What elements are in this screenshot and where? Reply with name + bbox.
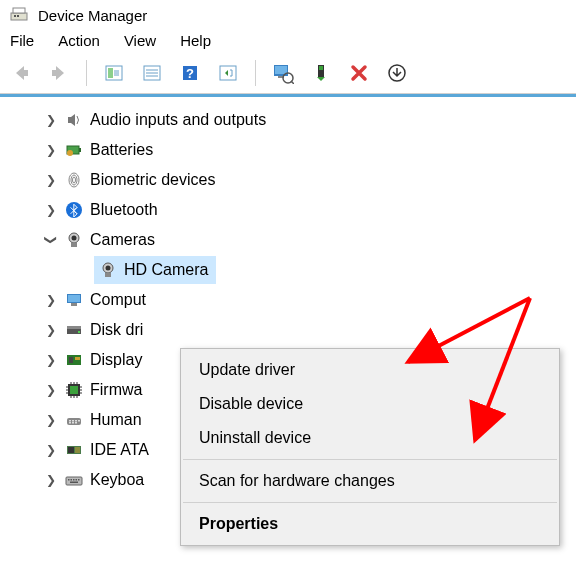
- scan-hardware-button[interactable]: [213, 59, 243, 87]
- chevron-right-icon[interactable]: ❯: [44, 173, 58, 187]
- chevron-right-icon[interactable]: ❯: [44, 143, 58, 157]
- svg-point-28: [106, 266, 111, 271]
- svg-rect-51: [66, 477, 82, 485]
- ide-icon: [64, 441, 84, 459]
- svg-rect-56: [78, 479, 80, 481]
- svg-rect-46: [69, 422, 71, 424]
- chevron-down-icon[interactable]: ❯: [44, 233, 58, 247]
- toolbar: ?: [0, 55, 576, 94]
- hid-icon: [64, 411, 84, 429]
- chevron-right-icon[interactable]: ❯: [44, 203, 58, 217]
- svg-point-22: [73, 177, 76, 183]
- svg-rect-31: [68, 295, 80, 302]
- update-driver-toolbar-button[interactable]: [268, 59, 298, 87]
- svg-rect-2: [14, 15, 16, 17]
- svg-rect-38: [75, 357, 80, 360]
- separator: [255, 60, 256, 86]
- svg-rect-54: [73, 479, 75, 481]
- tree-label: Firmwa: [90, 381, 142, 399]
- context-menu-disable-device[interactable]: Disable device: [181, 387, 559, 421]
- svg-point-19: [67, 150, 73, 156]
- svg-rect-26: [71, 243, 77, 247]
- svg-rect-5: [108, 68, 113, 78]
- chevron-right-icon[interactable]: ❯: [44, 323, 58, 337]
- tree-node-audio[interactable]: ❯ Audio inputs and outputs: [44, 105, 576, 135]
- app-icon: [10, 6, 28, 24]
- tree-label: Disk dri: [90, 321, 143, 339]
- context-menu-uninstall-device[interactable]: Uninstall device: [181, 421, 559, 455]
- firmware-icon: [64, 381, 84, 399]
- tree-label: Human: [90, 411, 142, 429]
- tree-node-batteries[interactable]: ❯ Batteries: [44, 135, 576, 165]
- context-menu: Update driver Disable device Uninstall d…: [180, 348, 560, 546]
- svg-rect-29: [105, 273, 111, 277]
- svg-rect-45: [78, 420, 80, 422]
- svg-rect-37: [69, 357, 73, 363]
- chevron-right-icon[interactable]: ❯: [44, 413, 58, 427]
- svg-rect-47: [72, 422, 74, 424]
- enable-device-button[interactable]: [306, 59, 336, 87]
- camera-icon: [64, 231, 84, 249]
- disable-device-button[interactable]: [344, 59, 374, 87]
- battery-icon: [64, 141, 84, 159]
- chevron-right-icon[interactable]: ❯: [44, 443, 58, 457]
- tree-label: Batteries: [90, 141, 153, 159]
- svg-rect-53: [71, 479, 73, 481]
- tree-label: IDE ATA: [90, 441, 149, 459]
- chevron-right-icon[interactable]: ❯: [44, 113, 58, 127]
- context-menu-properties[interactable]: Properties: [181, 507, 559, 541]
- menu-help[interactable]: Help: [180, 32, 211, 49]
- bluetooth-icon: [64, 201, 84, 219]
- tree-node-disk[interactable]: ❯ Disk dri: [44, 315, 576, 345]
- svg-text:?: ?: [186, 66, 194, 81]
- context-menu-separator: [183, 502, 557, 503]
- tree-label: Bluetooth: [90, 201, 158, 219]
- tree-label: Keyboa: [90, 471, 144, 489]
- menu-file[interactable]: File: [10, 32, 34, 49]
- svg-rect-18: [79, 148, 81, 152]
- disk-icon: [64, 321, 84, 339]
- fingerprint-icon: [64, 171, 84, 189]
- chevron-right-icon[interactable]: ❯: [44, 383, 58, 397]
- tree-label: Audio inputs and outputs: [90, 111, 266, 129]
- svg-rect-11: [275, 66, 287, 74]
- svg-rect-1: [13, 8, 25, 13]
- svg-rect-40: [70, 386, 78, 394]
- menu-action[interactable]: Action: [58, 32, 100, 49]
- svg-rect-48: [75, 422, 77, 424]
- svg-rect-57: [70, 482, 78, 484]
- list-view-button[interactable]: [137, 59, 167, 87]
- context-menu-update-driver[interactable]: Update driver: [181, 353, 559, 387]
- svg-point-35: [78, 331, 80, 333]
- tree-node-computer[interactable]: ❯ Comput: [44, 285, 576, 315]
- svg-point-25: [72, 236, 77, 241]
- tree-node-biometric[interactable]: ❯ Biometric devices: [44, 165, 576, 195]
- svg-rect-15: [319, 66, 323, 70]
- svg-rect-52: [68, 479, 70, 481]
- tree-node-bluetooth[interactable]: ❯ Bluetooth: [44, 195, 576, 225]
- tree-label: Biometric devices: [90, 171, 215, 189]
- tree-label: Comput: [90, 291, 146, 309]
- chevron-right-icon[interactable]: ❯: [44, 353, 58, 367]
- keyboard-icon: [64, 471, 84, 489]
- chevron-right-icon[interactable]: ❯: [44, 473, 58, 487]
- svg-rect-44: [75, 420, 77, 422]
- svg-rect-50: [68, 447, 74, 453]
- chevron-right-icon[interactable]: ❯: [44, 293, 58, 307]
- svg-rect-43: [72, 420, 74, 422]
- actions-button[interactable]: [382, 59, 412, 87]
- help-button[interactable]: ?: [175, 59, 205, 87]
- window-title: Device Manager: [38, 7, 147, 24]
- speaker-icon: [64, 111, 84, 129]
- tree-label: Cameras: [90, 231, 155, 249]
- tree-node-hd-camera[interactable]: HD Camera: [74, 255, 576, 285]
- svg-rect-34: [67, 326, 81, 329]
- svg-rect-32: [71, 303, 77, 306]
- tree-view-button[interactable]: [99, 59, 129, 87]
- svg-rect-42: [69, 420, 71, 422]
- separator: [86, 60, 87, 86]
- context-menu-scan-hardware[interactable]: Scan for hardware changes: [181, 464, 559, 498]
- menu-view[interactable]: View: [124, 32, 156, 49]
- monitor-icon: [64, 291, 84, 309]
- tree-node-cameras[interactable]: ❯ Cameras: [44, 225, 576, 255]
